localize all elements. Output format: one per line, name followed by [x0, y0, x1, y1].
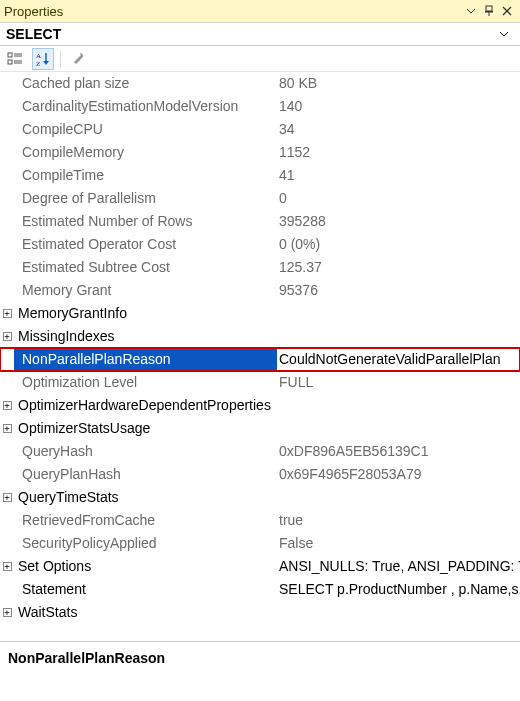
plus-box-icon: +: [3, 608, 12, 617]
property-name: Degree of Parallelism: [14, 187, 277, 210]
property-value[interactable]: 0x69F4965F28053A79: [277, 463, 520, 486]
property-value[interactable]: 0 (0%): [277, 233, 520, 256]
property-row[interactable]: QueryPlanHash0x69F4965F28053A79: [0, 463, 520, 486]
chevron-down-icon: [466, 6, 476, 16]
property-name: OptimizerStatsUsage: [14, 417, 277, 440]
expand-toggle[interactable]: +: [0, 601, 14, 624]
property-pages-button[interactable]: [67, 48, 89, 70]
properties-panel: Properties SELECT: [0, 0, 520, 701]
property-value[interactable]: 34: [277, 118, 520, 141]
property-name: QueryHash: [14, 440, 277, 463]
svg-text:A: A: [36, 52, 41, 60]
property-row[interactable]: +OptimizerStatsUsage: [0, 417, 520, 440]
property-value[interactable]: 0xDF896A5EB56139C1: [277, 440, 520, 463]
property-name: Optimization Level: [14, 371, 277, 394]
property-row[interactable]: +Set OptionsANSI_NULLS: True, ANSI_PADDI…: [0, 555, 520, 578]
property-row[interactable]: NonParallelPlanReasonCouldNotGenerateVal…: [0, 348, 520, 371]
expand-toggle[interactable]: +: [0, 486, 14, 509]
property-value[interactable]: 140: [277, 95, 520, 118]
property-value[interactable]: 0: [277, 187, 520, 210]
property-value[interactable]: SELECT p.ProductNumber , p.Name,s.C: [277, 578, 520, 601]
property-row[interactable]: SecurityPolicyAppliedFalse: [0, 532, 520, 555]
property-row[interactable]: +MissingIndexes: [0, 325, 520, 348]
alphabetical-button[interactable]: A Z: [32, 48, 54, 70]
property-row[interactable]: Estimated Subtree Cost125.37: [0, 256, 520, 279]
property-row[interactable]: Memory Grant95376: [0, 279, 520, 302]
property-value[interactable]: true: [277, 509, 520, 532]
property-value[interactable]: 1152: [277, 141, 520, 164]
property-row[interactable]: CompileTime41: [0, 164, 520, 187]
property-value[interactable]: 125.37: [277, 256, 520, 279]
property-name: CompileCPU: [14, 118, 277, 141]
titlebar: Properties: [0, 0, 520, 22]
chevron-down-icon: [500, 30, 508, 38]
wrench-icon: [70, 51, 86, 67]
property-value[interactable]: False: [277, 532, 520, 555]
svg-rect-0: [486, 6, 492, 11]
expand-toggle[interactable]: +: [0, 555, 14, 578]
property-name: WaitStats: [14, 601, 277, 624]
property-name: NonParallelPlanReason: [14, 348, 277, 371]
property-row[interactable]: CompileMemory1152: [0, 141, 520, 164]
categorized-icon: [7, 51, 23, 67]
property-name: RetrievedFromCache: [14, 509, 277, 532]
property-name: CompileTime: [14, 164, 277, 187]
property-value[interactable]: CouldNotGenerateValidParallelPlan: [277, 348, 520, 371]
property-row[interactable]: Cached plan size80 KB: [0, 72, 520, 95]
object-selector[interactable]: SELECT: [0, 22, 520, 46]
property-row[interactable]: QueryHash0xDF896A5EB56139C1: [0, 440, 520, 463]
object-dropdown[interactable]: [500, 30, 514, 38]
close-button[interactable]: [498, 2, 516, 20]
object-name: SELECT: [6, 26, 500, 42]
property-name: CompileMemory: [14, 141, 277, 164]
property-name: Estimated Operator Cost: [14, 233, 277, 256]
pin-icon: [483, 5, 495, 17]
plus-box-icon: +: [3, 309, 12, 318]
property-name: CardinalityEstimationModelVersion: [14, 95, 277, 118]
property-name: QueryTimeStats: [14, 486, 277, 509]
expand-toggle[interactable]: +: [0, 394, 14, 417]
property-value[interactable]: 80 KB: [277, 72, 520, 95]
plus-box-icon: +: [3, 401, 12, 410]
window-menu-button[interactable]: [462, 2, 480, 20]
property-row[interactable]: +MemoryGrantInfo: [0, 302, 520, 325]
plus-box-icon: +: [3, 424, 12, 433]
property-name: MemoryGrantInfo: [14, 302, 277, 325]
property-name: Estimated Number of Rows: [14, 210, 277, 233]
property-row[interactable]: +OptimizerHardwareDependentProperties: [0, 394, 520, 417]
property-name: Set Options: [14, 555, 277, 578]
property-value[interactable]: 95376: [277, 279, 520, 302]
property-value[interactable]: FULL: [277, 371, 520, 394]
close-icon: [502, 6, 512, 16]
property-row[interactable]: +WaitStats: [0, 601, 520, 624]
property-row[interactable]: CardinalityEstimationModelVersion140: [0, 95, 520, 118]
property-row[interactable]: CompileCPU34: [0, 118, 520, 141]
categorized-button[interactable]: [4, 48, 26, 70]
property-grid[interactable]: Cached plan size80 KBCardinalityEstimati…: [0, 72, 520, 641]
property-name: Statement: [14, 578, 277, 601]
expand-toggle[interactable]: +: [0, 417, 14, 440]
property-name: QueryPlanHash: [14, 463, 277, 486]
property-row[interactable]: Estimated Number of Rows395288: [0, 210, 520, 233]
property-value[interactable]: ANSI_NULLS: True, ANSI_PADDING: True,: [277, 555, 520, 578]
expand-toggle[interactable]: +: [0, 302, 14, 325]
plus-box-icon: +: [3, 332, 12, 341]
property-row[interactable]: RetrievedFromCachetrue: [0, 509, 520, 532]
property-name: SecurityPolicyApplied: [14, 532, 277, 555]
property-row[interactable]: +QueryTimeStats: [0, 486, 520, 509]
svg-text:Z: Z: [36, 60, 40, 67]
property-row[interactable]: Degree of Parallelism0: [0, 187, 520, 210]
property-row[interactable]: Optimization LevelFULL: [0, 371, 520, 394]
alphabetical-icon: A Z: [35, 51, 51, 67]
property-row[interactable]: Estimated Operator Cost0 (0%): [0, 233, 520, 256]
expand-toggle[interactable]: +: [0, 325, 14, 348]
svg-rect-3: [8, 53, 12, 57]
property-value[interactable]: 395288: [277, 210, 520, 233]
svg-rect-4: [8, 60, 12, 64]
property-name: Memory Grant: [14, 279, 277, 302]
property-name: OptimizerHardwareDependentProperties: [14, 394, 277, 417]
property-row[interactable]: StatementSELECT p.ProductNumber , p.Name…: [0, 578, 520, 601]
pin-button[interactable]: [480, 2, 498, 20]
plus-box-icon: +: [3, 562, 12, 571]
property-value[interactable]: 41: [277, 164, 520, 187]
